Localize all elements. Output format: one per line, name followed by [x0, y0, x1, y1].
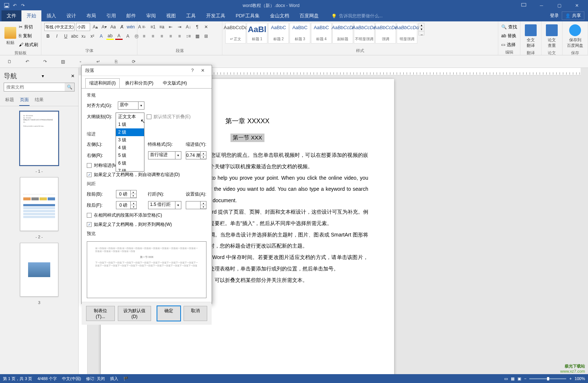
underline-icon[interactable]: U — [62, 32, 69, 40]
spin-up-icon[interactable]: ▴ — [131, 190, 136, 194]
style-heading1[interactable]: AaBl标题 1 — [247, 23, 267, 44]
style-emphasis[interactable]: AaBbCcDd强调 — [375, 23, 396, 44]
spin-down-icon[interactable]: ▾ — [201, 205, 206, 209]
qat-show-icon[interactable]: ▫ — [76, 57, 85, 66]
tab-developer[interactable]: 开发工具 — [201, 10, 230, 21]
tab-design[interactable]: 设计 — [61, 10, 81, 21]
maximize-button[interactable]: ▢ — [551, 0, 567, 11]
cancel-button[interactable]: 取消 — [184, 306, 207, 321]
char-shading-icon[interactable]: A — [124, 32, 131, 40]
dialog-tab-chinese[interactable]: 中文版式(H) — [159, 78, 191, 88]
dialog-tab-indent[interactable]: 缩进和间距(I) — [85, 78, 120, 88]
text-effect-icon[interactable]: A — [98, 32, 105, 40]
spin-up-icon[interactable]: ▴ — [131, 201, 136, 205]
nospace-checkbox[interactable] — [87, 213, 92, 218]
dialog-help-button[interactable]: ? — [187, 65, 198, 76]
spin-down-icon[interactable]: ▾ — [201, 155, 206, 159]
style-down-icon[interactable]: ▾ — [419, 27, 424, 31]
font-color-icon[interactable]: A — [115, 32, 123, 40]
nav-tab-pages[interactable]: 页面 — [19, 95, 30, 106]
tab-mailings[interactable]: 邮件 — [121, 10, 141, 21]
format-painter-button[interactable]: 🖌格式刷 — [19, 41, 38, 49]
italic-icon[interactable]: I — [53, 32, 61, 40]
dialog-close-button[interactable]: ✕ — [198, 65, 208, 76]
status-track[interactable]: 修订: 关闭 — [86, 376, 105, 382]
auto-indent-checkbox[interactable]: ✓ — [87, 172, 92, 177]
outline-option[interactable]: 正文文本 — [116, 113, 144, 121]
cut-button[interactable]: ✂剪切 — [19, 23, 38, 31]
bullets-icon[interactable]: ≡· — [140, 23, 148, 31]
style-normal[interactable]: AaBbCcDd↵ 正文 — [225, 23, 246, 44]
decrease-indent-icon[interactable]: ⇤ — [167, 23, 174, 31]
nav-close-icon[interactable]: ✕ — [71, 73, 75, 79]
style-gallery[interactable]: AaBbCcDd↵ 正文 AaBl标题 1 AaBbC标题 2 AaBbC标题 … — [225, 23, 417, 44]
qat-refresh-icon[interactable]: ⟳ — [129, 57, 138, 66]
borders-icon[interactable]: ⊞ — [202, 32, 210, 40]
search-button[interactable]: 🔍 — [65, 83, 74, 91]
find-button[interactable]: 🔍查找 — [501, 23, 517, 31]
align-left-icon[interactable]: ≡ — [140, 32, 148, 40]
tab-file[interactable]: 文件 — [1, 10, 21, 21]
align-right-icon[interactable]: ≡ — [158, 32, 165, 40]
tab-view[interactable]: 视图 — [161, 10, 181, 21]
view-read-icon[interactable]: ▭ — [504, 376, 508, 381]
numbering-icon[interactable]: ≡1 — [149, 23, 157, 31]
style-subtle[interactable]: AaBbCcDd不明显强调 — [354, 23, 375, 44]
login-link[interactable]: 登录 — [550, 13, 559, 19]
tab-wps[interactable]: 金山文档 — [265, 10, 294, 21]
status-insert[interactable]: 插入 — [110, 376, 118, 382]
shrink-font-icon[interactable]: A▾ — [100, 23, 108, 31]
special-select[interactable]: 首行缩进▾ — [148, 151, 181, 159]
grow-font-icon[interactable]: A▴ — [92, 23, 99, 31]
style-heading2[interactable]: AaBbC标题 2 — [268, 23, 289, 44]
alignment-select[interactable]: 居中▾ — [118, 101, 144, 110]
style-heading4[interactable]: AaBbC标题 4 — [311, 23, 332, 44]
show-marks-icon[interactable]: ¶ — [194, 23, 201, 31]
replace-button[interactable]: ab替换 — [501, 32, 516, 40]
select-button[interactable]: ▭选择 — [501, 41, 516, 49]
sort-icon[interactable]: A↓ — [185, 23, 192, 31]
outline-option[interactable]: 3 级 — [116, 136, 144, 144]
save-baidu-button[interactable]: 保存到 百度网盘 — [565, 23, 585, 49]
dialog-titlebar[interactable]: 段落 ? ✕ — [82, 65, 212, 76]
mirror-checkbox[interactable] — [87, 163, 92, 168]
outline-option[interactable]: 7 级 — [116, 167, 144, 172]
share-button[interactable]: 👤共享 — [562, 11, 584, 20]
multilevel-icon[interactable]: ≡a — [158, 23, 165, 31]
zoom-slider[interactable] — [529, 378, 566, 379]
change-case-icon[interactable]: Aa — [109, 23, 117, 31]
full-translate-button[interactable]: 全文 翻译 — [523, 23, 538, 49]
thumb-1[interactable]: 第一章 XXXXX第一节 XXX视频提供了功能强大的方法帮助您证明您的观点...… — [20, 111, 58, 165]
ribbon-options-icon[interactable] — [516, 0, 532, 11]
qat-other-icon[interactable]: ⎘ — [112, 57, 120, 66]
outline-option[interactable]: 5 级 — [116, 152, 144, 159]
status-page[interactable]: 第 1 页，共 3 页 — [3, 376, 32, 382]
view-web-icon[interactable]: ▣ — [517, 376, 521, 381]
tell-me[interactable]: 💡告诉我您想要做什么... — [331, 13, 383, 21]
outline-option[interactable]: 2 级 — [116, 128, 144, 136]
qat-undo-icon[interactable]: ↶ — [23, 57, 32, 66]
tab-insert[interactable]: 插入 — [41, 10, 61, 21]
ltr-icon[interactable]: ✕ — [202, 23, 210, 31]
tab-layout[interactable]: 布局 — [81, 10, 101, 21]
status-lang[interactable]: 中文(中国) — [62, 376, 81, 382]
style-heading3[interactable]: AaBbC标题 3 — [290, 23, 310, 44]
zoom-out-icon[interactable]: − — [524, 376, 526, 381]
style-more-icon[interactable]: ⎯ — [419, 31, 424, 35]
before-spin[interactable]: ▴▾ — [116, 190, 137, 198]
highlight-icon[interactable]: ab — [106, 32, 114, 40]
line-spacing-icon[interactable]: ↕≡ — [185, 32, 192, 40]
thumb-2[interactable] — [20, 177, 58, 231]
close-button[interactable]: ✕ — [569, 0, 585, 11]
collapse-checkbox[interactable] — [147, 114, 151, 119]
outline-option[interactable]: 4 级 — [116, 144, 144, 152]
tab-pdf[interactable]: PDF工具集 — [230, 10, 265, 21]
paste-button[interactable]: 粘贴 — [3, 23, 18, 49]
grid-checkbox[interactable]: ✓ — [87, 222, 92, 227]
thumb-3[interactable] — [20, 243, 58, 297]
nav-dropdown-icon[interactable]: ▾ — [42, 73, 44, 79]
save-icon[interactable] — [3, 2, 10, 9]
qat-layout-icon[interactable]: ▨ — [58, 57, 67, 66]
distribute-icon[interactable]: ≡ — [176, 32, 183, 40]
at-spin[interactable]: ▴▾ — [186, 201, 206, 209]
